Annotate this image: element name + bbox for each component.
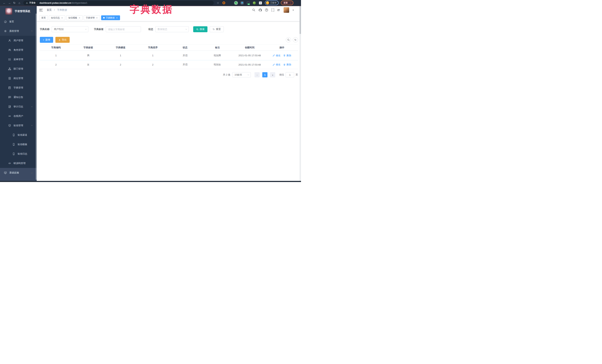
search-button[interactable]: 搜索: [193, 26, 207, 32]
back-icon[interactable]: ←: [2, 1, 7, 4]
refresh-table-button[interactable]: ↻: [293, 37, 298, 42]
extensions-row: on: [223, 1, 262, 4]
tab-dict-manage[interactable]: 字典管理×: [84, 15, 100, 20]
page-size-select[interactable]: 10条/页: [232, 72, 251, 77]
sidebar-item-notices[interactable]: 通知公告: [0, 92, 37, 102]
sidebar-item-error-codes[interactable]: 错误码管理: [0, 158, 37, 168]
sidebar-item-label: 首页: [9, 20, 14, 23]
extensions-puzzle-icon[interactable]: [259, 1, 262, 4]
toggle-search-button[interactable]: [286, 37, 291, 42]
sidebar-section-infra: 基础设施: [0, 168, 37, 182]
sidebar-item-posts[interactable]: 岗位管理: [0, 73, 37, 83]
dict-label-input[interactable]: [106, 26, 141, 32]
tab-sms-log[interactable]: 短信日志×: [49, 15, 65, 20]
forward-icon[interactable]: →: [7, 1, 12, 4]
filter-form: 字典名称 用户性别 字典标签 状态 数据状态 搜索 ↻ 重: [40, 26, 298, 32]
sidebar-item-sms-channel[interactable]: 短信渠道: [0, 130, 37, 140]
github-icon[interactable]: [258, 8, 262, 12]
page-size-value: 10条/页: [235, 73, 242, 76]
book-icon: [8, 86, 11, 89]
tab-dict-data[interactable]: 字典数据×: [101, 15, 120, 20]
sidebar-item-online-users[interactable]: 在线用户: [0, 111, 37, 121]
sidebar-item-audit-log[interactable]: 审计日志: [0, 102, 37, 111]
close-icon[interactable]: ×: [116, 16, 118, 19]
goto-page-input[interactable]: [286, 72, 294, 77]
edit-link[interactable]: 修改: [272, 63, 280, 66]
chevron-down-icon: [85, 28, 86, 30]
close-icon[interactable]: ×: [96, 16, 98, 19]
sidebar-item-sms-template[interactable]: 短信模板: [0, 140, 37, 149]
phone-icon: [12, 134, 15, 136]
sidebar-item-users[interactable]: 用户管理: [0, 36, 37, 45]
close-icon[interactable]: ×: [61, 16, 63, 19]
cell-status: 开启: [169, 54, 201, 57]
sidebar-item-label: 系统管理: [9, 30, 19, 33]
sidebar-item-dicts[interactable]: 字典管理: [0, 83, 37, 92]
browser-update-button[interactable]: 更新 ⋮: [281, 0, 293, 5]
menu-list-icon: [8, 58, 11, 61]
sidebar-menu: 首页 系统管理 用户管理 角色管理 菜单管理: [0, 17, 37, 182]
url-path: /dict/type/data/1: [71, 2, 87, 4]
avatar-caret-icon[interactable]: [292, 10, 294, 11]
font-size-icon[interactable]: tT: [278, 9, 280, 12]
sidebar-item-sms[interactable]: 短信管理: [0, 121, 37, 130]
sidebar-item-menus[interactable]: 菜单管理: [0, 55, 37, 64]
status-select[interactable]: 数据状态: [155, 26, 189, 32]
scrollbar-thumb[interactable]: [300, 6, 301, 34]
extension-on-badge: on: [247, 3, 250, 5]
extension-icon-dark[interactable]: on: [247, 1, 250, 4]
close-icon[interactable]: ×: [78, 16, 81, 19]
extension-icon-leaf[interactable]: [253, 1, 256, 4]
sidebar-item-sms-log[interactable]: 短信日志: [0, 149, 37, 158]
search-icon[interactable]: [252, 8, 255, 12]
sidebar-item-infrastructure[interactable]: 基础设施: [0, 168, 37, 177]
breadcrumb-home[interactable]: 首页: [47, 9, 52, 11]
reload-icon[interactable]: ↻: [12, 1, 17, 5]
column-header: 字典排序: [137, 46, 169, 49]
sidebar-item-roles[interactable]: 角色管理: [0, 45, 37, 55]
sidebar-item-label: 短信渠道: [18, 133, 27, 137]
sidebar-logo-row[interactable]: 芋道管理系统: [0, 6, 37, 16]
delete-link[interactable]: 删除: [283, 63, 291, 66]
reset-button[interactable]: ↻ 重置: [210, 26, 224, 32]
extension-icon-orange[interactable]: [223, 1, 225, 4]
page-scrollbar[interactable]: [300, 6, 301, 181]
sidebar-scrollbar[interactable]: [36, 13, 36, 180]
browser-profile-chip[interactable]: 已暂停: [265, 0, 279, 5]
sidebar-item-departments[interactable]: 部门管理: [0, 64, 37, 73]
delete-link[interactable]: 删除: [283, 54, 291, 57]
prev-page-button[interactable]: ‹: [255, 72, 260, 77]
extension-icon-gray[interactable]: [241, 1, 244, 4]
sidebar-item-home[interactable]: 首页: [0, 17, 37, 26]
fullscreen-icon[interactable]: [271, 8, 275, 12]
extension-icon-green-check[interactable]: [235, 1, 237, 4]
page-number-current[interactable]: 1: [262, 72, 268, 77]
edit-label: 修改: [276, 54, 280, 57]
add-button[interactable]: + 新增: [40, 37, 53, 43]
delete-label: 删除: [286, 63, 291, 66]
security-label[interactable]: 不安全: [29, 1, 36, 4]
kebab-menu-icon[interactable]: ⋮: [289, 2, 291, 4]
plus-icon: +: [43, 39, 44, 41]
trash-icon: [283, 54, 286, 57]
tab-sms-template[interactable]: 短信模板×: [66, 15, 83, 20]
navbar-right: tT: [252, 7, 294, 13]
user-avatar[interactable]: [284, 7, 289, 13]
next-page-button[interactable]: ›: [270, 72, 275, 77]
cell-created: 2021-01-05 17:03:48: [234, 63, 266, 66]
edit-link[interactable]: 修改: [272, 54, 280, 57]
chevron-down-icon: [247, 74, 249, 75]
tab-home[interactable]: 首页: [39, 15, 48, 20]
export-button[interactable]: 导出: [55, 37, 70, 43]
hamburger-icon[interactable]: [39, 9, 43, 11]
cell-value: 2: [105, 63, 137, 66]
sidebar-item-system[interactable]: 系统管理: [0, 26, 37, 36]
column-header: 字典键值: [105, 46, 137, 49]
address-bar[interactable]: ⚠ 不安全 dashboard.yudao.iocoder.cn /dict/t…: [23, 1, 214, 5]
pencil-icon: [272, 63, 275, 66]
help-icon[interactable]: [265, 8, 268, 12]
cell-value: 1: [105, 54, 137, 57]
bookmark-star-icon[interactable]: ☆: [217, 1, 219, 5]
home-icon[interactable]: ⌂: [17, 1, 22, 4]
dict-name-select[interactable]: 用户性别: [52, 26, 88, 32]
